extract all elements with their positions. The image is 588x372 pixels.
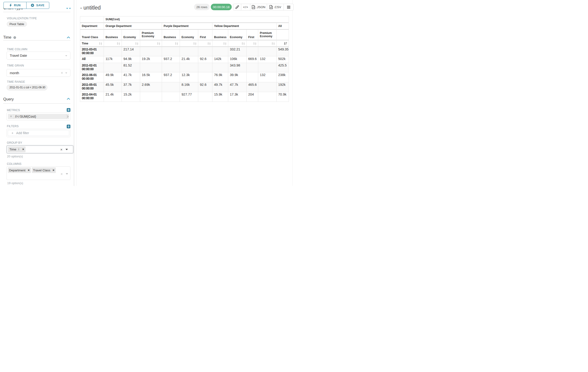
svg-text:</>: </> — [252, 7, 255, 8]
